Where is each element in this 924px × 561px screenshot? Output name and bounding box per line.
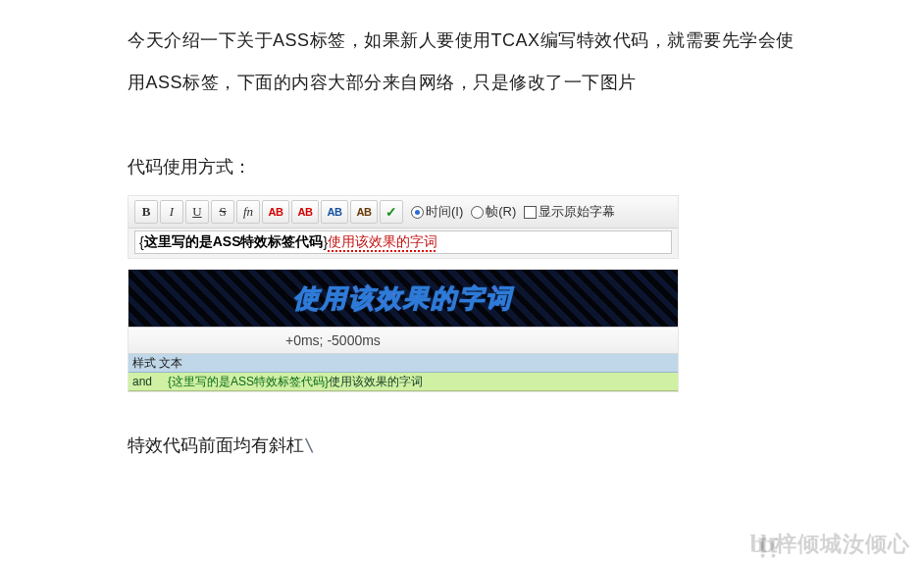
grid-row-style: and [132,375,152,388]
commit-button[interactable]: ✓ [380,200,403,224]
bilibili-icon: bᴉbᴉ [749,529,771,559]
checkbox-icon [524,206,537,219]
frame-mode-radio[interactable]: 帧(R) [471,203,516,221]
backslash-char: \ [304,434,315,455]
grid-header: 样式 文本 [128,354,678,373]
bold-button[interactable]: B [134,200,158,224]
editor-toolbar-screenshot: B I U S fn AB AB AB AB ✓ 时间(I) 帧(R) 显示原始… [128,195,679,259]
time-offset-bar: +0ms; -5000ms [128,328,678,354]
grid-row-tag: {这里写的是ASS特效标签代码} [168,374,329,390]
italic-button[interactable]: I [160,200,183,224]
underline-button[interactable]: U [185,200,209,224]
toolbar: B I U S fn AB AB AB AB ✓ 时间(I) 帧(R) 显示原始… [128,196,678,229]
subtitle-edit-input[interactable]: {这里写的是ASS特效标签代码}使用该效果的字词 [134,230,672,254]
radio-time-label: 时间(I) [426,203,463,221]
edit-applied-text: 使用该效果的字词 [328,233,437,251]
color-primary-button[interactable]: AB [262,200,289,224]
grid-row-text: 使用该效果的字词 [329,374,423,390]
radio-icon [471,206,484,219]
font-name-button[interactable]: fn [236,200,260,224]
time-mode-radio[interactable]: 时间(I) [411,203,463,221]
color-shadow-button[interactable]: AB [350,200,378,224]
note-paragraph: 特效代码前面均有斜杠\ [128,432,796,460]
edit-code: 这里写的是ASS特效标签代码 [144,233,324,251]
usage-heading: 代码使用方式： [128,153,796,181]
radio-frame-label: 帧(R) [486,203,516,221]
color-secondary-button[interactable]: AB [291,200,319,224]
preview-screenshot: 使用该效果的字词 +0ms; -5000ms 样式 文本 and {这里写的是A… [128,269,679,392]
grid-row[interactable]: and {这里写的是ASS特效标签代码}使用该效果的字词 [128,373,678,391]
video-preview: 使用该效果的字词 [128,270,678,328]
watermark: bᴉbᴉ 梓倾城汝倾心 [749,529,910,559]
preview-subtitle-text: 使用该效果的字词 [293,281,513,316]
intro-paragraph: 今天介绍一下关于ASS标签，如果新人要使用TCAX编写特效代码，就需要先学会使用… [128,20,796,104]
show-raw-checkbox[interactable]: 显示原始字幕 [524,203,615,221]
show-raw-label: 显示原始字幕 [539,203,615,221]
color-outline-button[interactable]: AB [321,200,348,224]
strike-button[interactable]: S [211,200,234,224]
radio-icon [411,206,424,219]
